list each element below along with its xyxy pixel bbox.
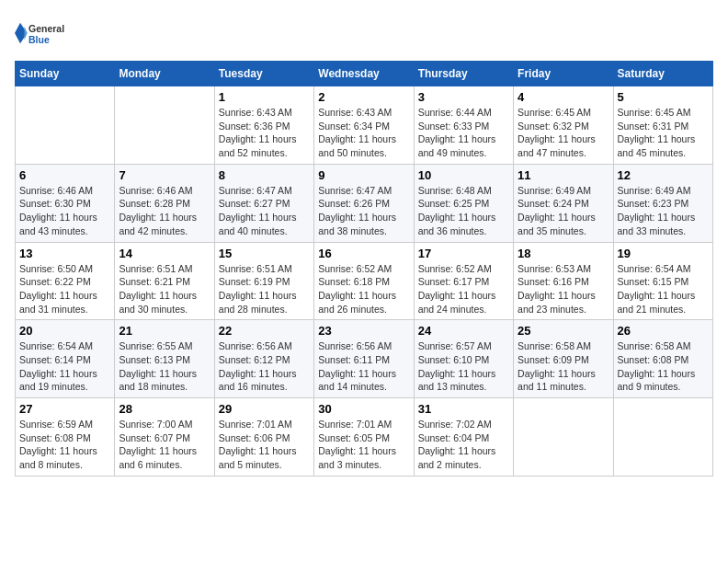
day-info: Sunrise: 6:55 AM Sunset: 6:13 PM Dayligh…	[119, 339, 210, 394]
calendar-cell: 5Sunrise: 6:45 AM Sunset: 6:31 PM Daylig…	[613, 86, 712, 165]
calendar-cell: 27Sunrise: 6:59 AM Sunset: 6:08 PM Dayli…	[16, 398, 115, 477]
day-info: Sunrise: 6:52 AM Sunset: 6:17 PM Dayligh…	[418, 262, 509, 316]
logo: General Blue	[15, 15, 70, 52]
day-info: Sunrise: 6:54 AM Sunset: 6:14 PM Dayligh…	[19, 339, 110, 394]
day-info: Sunrise: 7:02 AM Sunset: 6:04 PM Dayligh…	[418, 418, 509, 472]
calendar-cell: 20Sunrise: 6:54 AM Sunset: 6:14 PM Dayli…	[16, 320, 115, 398]
day-number: 7	[119, 168, 210, 182]
day-number: 22	[219, 324, 310, 338]
day-info: Sunrise: 6:51 AM Sunset: 6:19 PM Dayligh…	[219, 262, 310, 316]
calendar-cell: 9Sunrise: 6:47 AM Sunset: 6:26 PM Daylig…	[314, 164, 414, 242]
calendar-cell: 18Sunrise: 6:53 AM Sunset: 6:16 PM Dayli…	[514, 242, 613, 320]
day-info: Sunrise: 7:01 AM Sunset: 6:05 PM Dayligh…	[318, 418, 409, 472]
calendar-cell: 4Sunrise: 6:45 AM Sunset: 6:32 PM Daylig…	[514, 86, 613, 165]
day-info: Sunrise: 6:46 AM Sunset: 6:30 PM Dayligh…	[19, 184, 110, 238]
calendar-cell: 26Sunrise: 6:58 AM Sunset: 6:08 PM Dayli…	[613, 320, 712, 398]
day-info: Sunrise: 6:49 AM Sunset: 6:23 PM Dayligh…	[618, 184, 709, 238]
calendar-cell: 8Sunrise: 6:47 AM Sunset: 6:27 PM Daylig…	[214, 164, 313, 242]
day-number: 21	[119, 324, 210, 338]
day-info: Sunrise: 6:44 AM Sunset: 6:33 PM Dayligh…	[418, 106, 509, 160]
day-number: 9	[318, 168, 409, 182]
calendar-cell: 7Sunrise: 6:46 AM Sunset: 6:28 PM Daylig…	[115, 164, 214, 242]
day-info: Sunrise: 6:59 AM Sunset: 6:08 PM Dayligh…	[19, 418, 110, 472]
day-number: 5	[618, 90, 709, 104]
day-number: 16	[318, 247, 409, 260]
day-number: 19	[618, 247, 709, 260]
calendar-cell: 29Sunrise: 7:01 AM Sunset: 6:06 PM Dayli…	[214, 398, 313, 477]
day-of-week-monday: Monday	[115, 62, 214, 86]
day-number: 29	[219, 402, 310, 416]
day-info: Sunrise: 6:45 AM Sunset: 6:31 PM Dayligh…	[618, 106, 709, 160]
calendar-cell: 15Sunrise: 6:51 AM Sunset: 6:19 PM Dayli…	[214, 242, 313, 320]
day-number: 6	[19, 168, 110, 182]
calendar-cell: 13Sunrise: 6:50 AM Sunset: 6:22 PM Dayli…	[16, 242, 115, 320]
day-number: 24	[418, 324, 509, 338]
calendar-cell: 24Sunrise: 6:57 AM Sunset: 6:10 PM Dayli…	[414, 320, 513, 398]
day-info: Sunrise: 6:47 AM Sunset: 6:26 PM Dayligh…	[318, 184, 409, 238]
calendar-cell: 19Sunrise: 6:54 AM Sunset: 6:15 PM Dayli…	[613, 242, 712, 320]
day-of-week-wednesday: Wednesday	[314, 62, 414, 86]
calendar-cell	[613, 398, 712, 477]
day-number: 15	[219, 247, 310, 260]
calendar-cell: 31Sunrise: 7:02 AM Sunset: 6:04 PM Dayli…	[414, 398, 513, 477]
day-number: 12	[618, 168, 709, 182]
day-of-week-thursday: Thursday	[414, 62, 513, 86]
calendar-cell: 28Sunrise: 7:00 AM Sunset: 6:07 PM Dayli…	[115, 398, 214, 477]
calendar-cell: 10Sunrise: 6:48 AM Sunset: 6:25 PM Dayli…	[414, 164, 513, 242]
calendar-cell: 21Sunrise: 6:55 AM Sunset: 6:13 PM Dayli…	[115, 320, 214, 398]
calendar-cell: 3Sunrise: 6:44 AM Sunset: 6:33 PM Daylig…	[414, 86, 513, 165]
day-number: 18	[518, 247, 609, 260]
calendar-cell	[16, 86, 115, 165]
calendar-cell	[115, 86, 214, 165]
svg-text:General: General	[28, 23, 64, 34]
day-info: Sunrise: 6:43 AM Sunset: 6:36 PM Dayligh…	[219, 106, 310, 160]
day-info: Sunrise: 6:49 AM Sunset: 6:24 PM Dayligh…	[518, 184, 609, 238]
calendar-cell: 14Sunrise: 6:51 AM Sunset: 6:21 PM Dayli…	[115, 242, 214, 320]
calendar-cell: 2Sunrise: 6:43 AM Sunset: 6:34 PM Daylig…	[314, 86, 414, 165]
day-number: 23	[318, 324, 409, 338]
day-info: Sunrise: 6:51 AM Sunset: 6:21 PM Dayligh…	[119, 262, 210, 316]
day-info: Sunrise: 6:43 AM Sunset: 6:34 PM Dayligh…	[318, 106, 409, 160]
calendar-cell: 6Sunrise: 6:46 AM Sunset: 6:30 PM Daylig…	[16, 164, 115, 242]
day-number: 17	[418, 247, 509, 260]
day-number: 8	[219, 168, 310, 182]
calendar-cell: 25Sunrise: 6:58 AM Sunset: 6:09 PM Dayli…	[514, 320, 613, 398]
calendar-cell: 11Sunrise: 6:49 AM Sunset: 6:24 PM Dayli…	[514, 164, 613, 242]
day-number: 10	[418, 168, 509, 182]
day-info: Sunrise: 6:50 AM Sunset: 6:22 PM Dayligh…	[19, 262, 110, 316]
day-info: Sunrise: 6:53 AM Sunset: 6:16 PM Dayligh…	[518, 262, 609, 316]
day-number: 25	[518, 324, 609, 338]
calendar-table: SundayMondayTuesdayWednesdayThursdayFrid…	[15, 61, 713, 477]
day-number: 13	[19, 247, 110, 260]
calendar-cell: 16Sunrise: 6:52 AM Sunset: 6:18 PM Dayli…	[314, 242, 414, 320]
calendar-cell: 12Sunrise: 6:49 AM Sunset: 6:23 PM Dayli…	[613, 164, 712, 242]
day-info: Sunrise: 6:57 AM Sunset: 6:10 PM Dayligh…	[418, 339, 509, 394]
day-number: 31	[418, 402, 509, 416]
day-of-week-saturday: Saturday	[613, 62, 712, 86]
day-number: 1	[219, 90, 310, 104]
calendar-cell: 23Sunrise: 6:56 AM Sunset: 6:11 PM Dayli…	[314, 320, 414, 398]
day-of-week-sunday: Sunday	[16, 62, 115, 86]
calendar-cell: 30Sunrise: 7:01 AM Sunset: 6:05 PM Dayli…	[314, 398, 414, 477]
day-number: 20	[19, 324, 110, 338]
day-number: 28	[119, 402, 210, 416]
calendar-cell: 1Sunrise: 6:43 AM Sunset: 6:36 PM Daylig…	[214, 86, 313, 165]
calendar-cell: 22Sunrise: 6:56 AM Sunset: 6:12 PM Dayli…	[214, 320, 313, 398]
day-number: 14	[119, 247, 210, 260]
day-info: Sunrise: 6:56 AM Sunset: 6:12 PM Dayligh…	[219, 339, 310, 394]
svg-text:Blue: Blue	[28, 34, 50, 45]
day-number: 2	[318, 90, 409, 104]
day-number: 26	[618, 324, 709, 338]
day-info: Sunrise: 6:45 AM Sunset: 6:32 PM Dayligh…	[518, 106, 609, 160]
day-info: Sunrise: 6:56 AM Sunset: 6:11 PM Dayligh…	[318, 339, 409, 394]
calendar-cell	[514, 398, 613, 477]
day-info: Sunrise: 6:58 AM Sunset: 6:08 PM Dayligh…	[618, 339, 709, 394]
day-of-week-tuesday: Tuesday	[214, 62, 313, 86]
day-number: 30	[318, 402, 409, 416]
day-info: Sunrise: 6:46 AM Sunset: 6:28 PM Dayligh…	[119, 184, 210, 238]
day-info: Sunrise: 7:00 AM Sunset: 6:07 PM Dayligh…	[119, 418, 210, 472]
day-info: Sunrise: 6:48 AM Sunset: 6:25 PM Dayligh…	[418, 184, 509, 238]
logo-svg: General Blue	[15, 15, 70, 52]
day-number: 3	[418, 90, 509, 104]
day-info: Sunrise: 6:52 AM Sunset: 6:18 PM Dayligh…	[318, 262, 409, 316]
